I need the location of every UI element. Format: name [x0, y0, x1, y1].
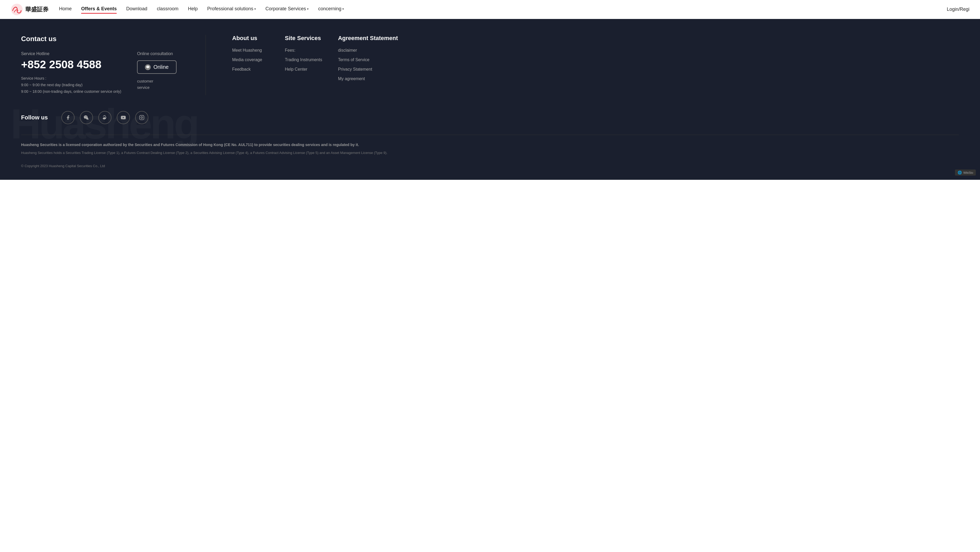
vertical-divider — [205, 35, 206, 95]
contact-right: Online consultation 💬 Online customer se… — [137, 51, 177, 95]
terms-of-service-link[interactable]: Terms of Service — [338, 57, 398, 62]
service-hours-label: Service Hours : — [21, 76, 46, 80]
footer-top: Contact us Service Hotline +852 2508 458… — [21, 35, 959, 95]
nav-professional[interactable]: Professional solutions ▾ — [207, 6, 256, 13]
footer-legal: Huasheng Securities is a licensed corpor… — [21, 141, 959, 169]
trading-instruments-link[interactable]: Trading Instruments — [285, 57, 322, 62]
wikistats-badge: 🌐 WikiSto — [955, 169, 976, 175]
meet-huasheng-link[interactable]: Meet Huasheng — [232, 48, 269, 53]
youtube-icon[interactable] — [117, 111, 130, 124]
footer-columns: About us Meet Huasheng Media coverage Fe… — [232, 35, 398, 95]
weibo-icon[interactable] — [98, 111, 111, 124]
legal-text1: Huasheng Securities holds a Securities T… — [21, 150, 959, 156]
service-hours: Service Hours : 9:00 ~ 9:00 the next day… — [21, 75, 121, 95]
nav-concerning[interactable]: concerning ▾ — [318, 6, 344, 13]
my-agreement-link[interactable]: My agreement — [338, 77, 398, 81]
login-button[interactable]: Login/Regi — [947, 6, 969, 12]
nav-classroom[interactable]: classroom — [157, 6, 178, 13]
logo-text: 華盛証券 — [25, 6, 48, 13]
hotline-label: Service Hotline — [21, 51, 121, 56]
online-consult-label: Online consultation — [137, 51, 177, 56]
nav-download[interactable]: Download — [126, 6, 147, 13]
logo[interactable]: 華盛証券 — [11, 3, 48, 16]
fees-link[interactable]: Fees: — [285, 48, 322, 53]
nav-corporate[interactable]: Corporate Services ▾ — [266, 6, 309, 13]
copyright: © Copyright 2023 Huasheng Capital Securi… — [21, 163, 959, 169]
agreement-title: Agreement Statement — [338, 35, 398, 41]
customer-service-text: customer service — [137, 78, 177, 91]
contact-grid: Service Hotline +852 2508 4588 Service H… — [21, 51, 179, 95]
feedback-link[interactable]: Feedback — [232, 67, 269, 72]
wechat-icon[interactable] — [80, 111, 93, 124]
contact-left: Service Hotline +852 2508 4588 Service H… — [21, 51, 121, 95]
chevron-down-icon: ▾ — [342, 7, 344, 11]
facebook-icon[interactable] — [61, 111, 75, 124]
nav-offers[interactable]: Offers & Events — [81, 6, 117, 13]
service-hours-line1: 9:00 ~ 9:00 the next day (trading day) — [21, 83, 83, 87]
chevron-down-icon: ▾ — [254, 7, 256, 11]
online-chat-button[interactable]: 💬 Online — [137, 61, 177, 74]
help-center-link[interactable]: Help Center — [285, 67, 322, 72]
svg-rect-1 — [140, 115, 144, 120]
chevron-down-icon: ▾ — [307, 7, 309, 11]
globe-icon: 🌐 — [958, 171, 962, 174]
agreement-col: Agreement Statement disclaimer Terms of … — [338, 35, 398, 95]
navbar: 華盛証券 Home Offers & Events Download class… — [0, 0, 980, 19]
phone-number: +852 2508 4588 — [21, 58, 121, 71]
legal-bold: Huasheng Securities is a licensed corpor… — [21, 141, 959, 148]
follow-label: Follow us — [21, 114, 48, 121]
nav-help[interactable]: Help — [188, 6, 197, 13]
about-col: About us Meet Huasheng Media coverage Fe… — [232, 35, 269, 95]
svg-point-3 — [143, 116, 143, 116]
site-services-col: Site Services Fees: Trading Instruments … — [285, 35, 322, 95]
nav-home[interactable]: Home — [59, 6, 72, 13]
logo-icon — [11, 3, 23, 16]
about-title: About us — [232, 35, 269, 41]
footer-divider — [21, 135, 959, 135]
contact-section: Contact us Service Hotline +852 2508 458… — [21, 35, 179, 95]
disclaimer-link[interactable]: disclaimer — [338, 48, 398, 53]
instagram-icon[interactable] — [135, 111, 148, 124]
follow-row: Follow us — [21, 111, 959, 124]
contact-title: Contact us — [21, 35, 179, 43]
service-hours-line2: 9:00 ~ 18:00 (non-trading days, online c… — [21, 89, 121, 94]
chat-icon: 💬 — [145, 64, 151, 70]
footer: Huasheng Contact us Service Hotline +852… — [0, 19, 980, 180]
site-title: Site Services — [285, 35, 322, 41]
follow-section: Follow us — [21, 111, 959, 124]
online-btn-label: Online — [153, 64, 169, 70]
media-coverage-link[interactable]: Media coverage — [232, 57, 269, 62]
nav-links: Home Offers & Events Download classroom … — [59, 6, 947, 13]
privacy-statement-link[interactable]: Privacy Statement — [338, 67, 398, 72]
svg-point-2 — [141, 116, 143, 118]
active-indicator — [81, 13, 102, 14]
